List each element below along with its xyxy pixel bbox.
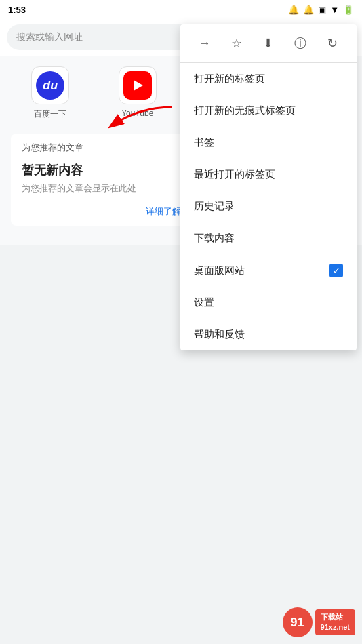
menu-item-bookmarks[interactable]: 书签 <box>180 127 357 159</box>
menu-item-desktop-site[interactable]: 桌面版网站 ✓ <box>180 254 357 287</box>
menu-item-incognito[interactable]: 打开新的无痕式标签页 <box>180 95 357 127</box>
menu-item-bookmarks-label: 书签 <box>194 136 343 149</box>
download-button[interactable]: ⬇ <box>256 31 281 56</box>
menu-item-settings[interactable]: 设置 <box>180 287 357 319</box>
desktop-site-checkbox[interactable]: ✓ <box>329 264 343 277</box>
menu-item-new-tab[interactable]: 打开新的标签页 <box>180 63 357 95</box>
menu-item-help[interactable]: 帮助和反馈 <box>180 319 357 350</box>
menu-item-recent-tabs[interactable]: 最近打开的标签页 <box>180 159 357 190</box>
forward-button[interactable]: → <box>193 31 217 56</box>
info-button[interactable]: ⓘ <box>288 31 313 56</box>
menu-item-settings-label: 设置 <box>194 296 343 309</box>
menu-item-downloads-label: 下载内容 <box>194 232 343 245</box>
menu-item-incognito-label: 打开新的无痕式标签页 <box>194 104 343 117</box>
menu-item-desktop-site-label: 桌面版网站 <box>194 264 329 277</box>
menu-item-history[interactable]: 历史记录 <box>180 190 357 222</box>
refresh-button[interactable]: ↻ <box>320 31 344 56</box>
red-arrow-annotation <box>98 100 179 144</box>
menu-item-downloads[interactable]: 下载内容 <box>180 222 357 254</box>
dropdown-toolbar: → ☆ ⬇ ⓘ ↻ <box>180 24 357 63</box>
bookmark-button[interactable]: ☆ <box>224 31 249 56</box>
menu-item-help-label: 帮助和反馈 <box>194 328 343 341</box>
menu-item-new-tab-label: 打开新的标签页 <box>194 73 343 85</box>
menu-item-history-label: 历史记录 <box>194 200 343 213</box>
menu-item-recent-tabs-label: 最近打开的标签页 <box>194 168 343 181</box>
dropdown-menu: → ☆ ⬇ ⓘ ↻ 打开新的标签页 打开新的无痕式标签页 书签 最近打开的标签页… <box>180 24 357 350</box>
dropdown-overlay: → ☆ ⬇ ⓘ ↻ 打开新的标签页 打开新的无痕式标签页 书签 最近打开的标签页… <box>0 0 362 644</box>
